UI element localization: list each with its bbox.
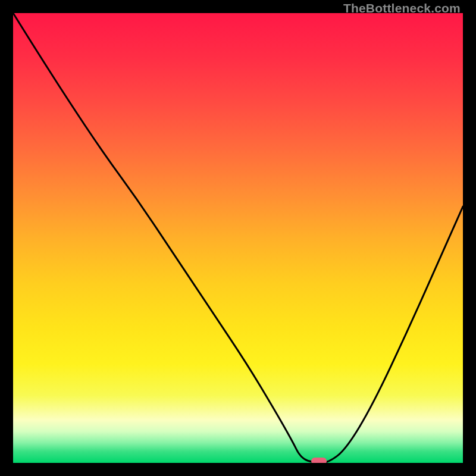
optimal-marker: [311, 458, 327, 463]
chart-svg: [13, 13, 463, 463]
chart-frame: TheBottleneck.com: [0, 0, 476, 476]
plot-area: [13, 13, 463, 463]
gradient-background: [13, 13, 463, 463]
